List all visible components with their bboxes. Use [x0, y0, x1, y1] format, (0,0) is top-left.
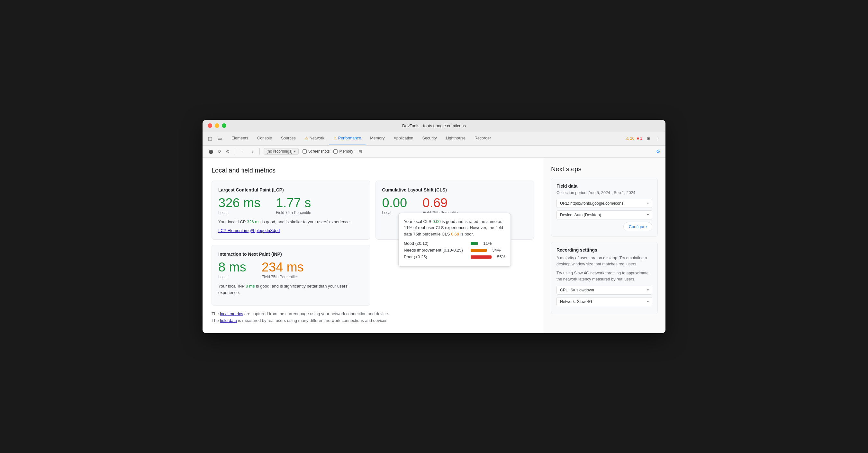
cls-title: Cumulative Layout Shift (CLS) — [382, 187, 528, 192]
network-dropdown[interactable]: Network: Slow 4G ▾ — [557, 297, 652, 306]
warning-count: 20 — [630, 136, 634, 141]
recording-dropdown[interactable]: (no recordings) ▾ — [264, 148, 299, 155]
cpu-dropdown[interactable]: CPU: 6× slowdown ▾ — [557, 286, 652, 295]
footer-line1: The local metrics are captured from the … — [212, 311, 534, 317]
inp-field-number: 234 ms — [262, 261, 304, 273]
device-dropdown[interactable]: Device: Auto (Desktop) ▾ — [557, 211, 652, 220]
tab-memory[interactable]: Memory — [366, 132, 389, 145]
inp-description: Your local INP 8 ms is good, and is sign… — [218, 283, 364, 296]
tab-elements[interactable]: Elements — [227, 132, 253, 145]
cls-field-value: 0.69 Field 75th Percentile — [423, 196, 458, 215]
secondary-toolbar-right: ⚙ — [656, 149, 660, 155]
maximize-button[interactable] — [222, 123, 226, 128]
footer-line2-suffix: is measured by real users using many dif… — [237, 318, 389, 323]
inspect-icon[interactable]: ⬚ — [207, 135, 214, 142]
secondary-toolbar: ⬤ ↺ ⊘ ↑ ↓ (no recordings) ▾ Screenshots … — [203, 145, 665, 158]
url-dropdown[interactable]: URL: https://fonts.google.com/icons ▾ — [557, 199, 652, 208]
lcp-field-number: 1.77 s — [276, 196, 311, 209]
devtools-toolbar-icons: ⬚ ▭ — [207, 135, 223, 142]
inp-values: 8 ms Local 234 ms Field 75th Percentile — [218, 261, 364, 279]
cls-bar-poor-pct: 55% — [494, 254, 505, 259]
footer-text: The local metrics are captured from the … — [212, 311, 534, 324]
recording-dropdown-arrow: ▾ — [294, 149, 296, 154]
local-metrics-link[interactable]: local metrics — [220, 311, 243, 316]
url-dropdown-arrow: ▾ — [647, 201, 649, 205]
close-button[interactable] — [208, 123, 212, 128]
tab-elements-label: Elements — [231, 136, 248, 140]
traffic-lights — [208, 123, 226, 128]
screenshots-checkbox-label[interactable]: Screenshots — [303, 149, 330, 154]
lcp-card: Largest Contentful Paint (LCP) 326 ms Lo… — [212, 181, 370, 240]
field-data-card: Field data Collection period: Aug 5, 202… — [551, 178, 658, 237]
inp-title: Interaction to Next Paint (INP) — [218, 252, 364, 257]
field-data-period: Collection period: Aug 5, 2024 - Sep 1, … — [557, 191, 652, 195]
tab-network-label: Network — [310, 136, 324, 140]
footer-line2: The field data is measured by real users… — [212, 317, 534, 324]
recording-settings-title: Recording settings — [557, 248, 652, 253]
tab-memory-label: Memory — [370, 136, 384, 140]
stop-icon[interactable]: ⊘ — [224, 148, 231, 155]
cls-tooltip-v2: 0.69 — [451, 232, 459, 236]
field-data-title: Field data — [557, 184, 652, 189]
device-icon[interactable]: ▭ — [216, 135, 223, 142]
lcp-values: 326 ms Local 1.77 s Field 75th Percentil… — [218, 196, 364, 215]
lcp-element-link[interactable]: img#hplogo.lnXdpd — [244, 228, 280, 233]
title-bar: DevTools - fonts.google.com/icons — [203, 120, 665, 132]
cls-card: Cumulative Layout Shift (CLS) 0.00 Local… — [375, 181, 534, 240]
cls-bar-good-bar — [471, 242, 478, 245]
refresh-icon[interactable]: ↺ — [216, 148, 222, 155]
tab-performance[interactable]: ⚠ Performance — [329, 132, 366, 145]
lcp-field-value: 1.77 s Field 75th Percentile — [276, 196, 311, 215]
tab-lighthouse[interactable]: Lighthouse — [441, 132, 470, 145]
inp-desc-prefix: Your local INP — [218, 284, 246, 289]
more-options-icon[interactable]: ⋮ — [654, 135, 661, 142]
configure-btn-container: Configure — [557, 222, 652, 231]
right-panel: Next steps Field data Collection period:… — [543, 158, 665, 333]
tab-console-label: Console — [257, 136, 272, 140]
tab-security[interactable]: Security — [418, 132, 441, 145]
tab-recorder[interactable]: Recorder — [470, 132, 495, 145]
tab-console[interactable]: Console — [253, 132, 277, 145]
field-data-link[interactable]: field data — [220, 318, 237, 323]
main-content: Local and field metrics Largest Contentf… — [203, 158, 665, 333]
cls-values: 0.00 Local 0.69 Field 75th Percentile — [382, 196, 528, 215]
cls-tooltip-text: Your local CLS 0.00 is good and is rated… — [404, 219, 505, 237]
metrics-grid-top: Largest Contentful Paint (LCP) 326 ms Lo… — [212, 181, 534, 240]
download-icon[interactable]: ↓ — [249, 148, 255, 155]
lcp-local-label: Local — [218, 211, 260, 215]
lcp-local-number: 326 ms — [218, 196, 260, 209]
inp-field-value: 234 ms Field 75th Percentile — [262, 261, 304, 279]
tab-sources-label: Sources — [281, 136, 296, 140]
minimize-button[interactable] — [215, 123, 219, 128]
tab-network[interactable]: ⚠ Network — [300, 132, 329, 145]
devtools-window: DevTools - fonts.google.com/icons ⬚ ▭ El… — [203, 120, 665, 333]
inp-card: Interaction to Next Paint (INP) 8 ms Loc… — [212, 245, 370, 305]
screenshots-label: Screenshots — [308, 149, 330, 154]
record-icon[interactable]: ⬤ — [208, 148, 214, 155]
tab-sources[interactable]: Sources — [277, 132, 300, 145]
cls-local-value: 0.00 Local — [382, 196, 407, 215]
tab-lighthouse-label: Lighthouse — [446, 136, 465, 140]
metrics-icon[interactable]: ⊞ — [357, 148, 364, 155]
error-badge: ■ 1 — [637, 136, 642, 141]
memory-checkbox-label[interactable]: Memory — [333, 149, 353, 154]
tab-application[interactable]: Application — [389, 132, 417, 145]
cls-bar-good-label: Good (≤0.10) — [404, 241, 468, 246]
lcp-title: Largest Contentful Paint (LCP) — [218, 187, 364, 192]
tab-application-label: Application — [394, 136, 413, 140]
screenshots-checkbox[interactable] — [303, 150, 307, 154]
recording-controls: ⬤ ↺ ⊘ — [208, 148, 231, 155]
settings-gear-icon[interactable]: ⚙ — [656, 149, 660, 154]
recording-settings-card: Recording settings A majority of users a… — [551, 242, 658, 314]
cls-bar-poor: Poor (>0.25) 55% — [404, 254, 505, 259]
toolbar-divider-2 — [259, 148, 260, 155]
configure-button[interactable]: Configure — [623, 222, 652, 231]
lcp-local-value: 326 ms Local — [218, 196, 260, 215]
lcp-description: Your local LCP 326 ms is good, and is si… — [218, 219, 364, 225]
lcp-element-prefix: LCP Element — [218, 228, 244, 233]
settings-icon[interactable]: ⚙ — [645, 135, 652, 142]
cls-tooltip: Your local CLS 0.00 is good and is rated… — [398, 213, 511, 267]
recording-settings-text1: A majority of users are on desktop. Try … — [557, 255, 652, 267]
memory-checkbox[interactable] — [333, 150, 338, 154]
upload-icon[interactable]: ↑ — [239, 148, 245, 155]
